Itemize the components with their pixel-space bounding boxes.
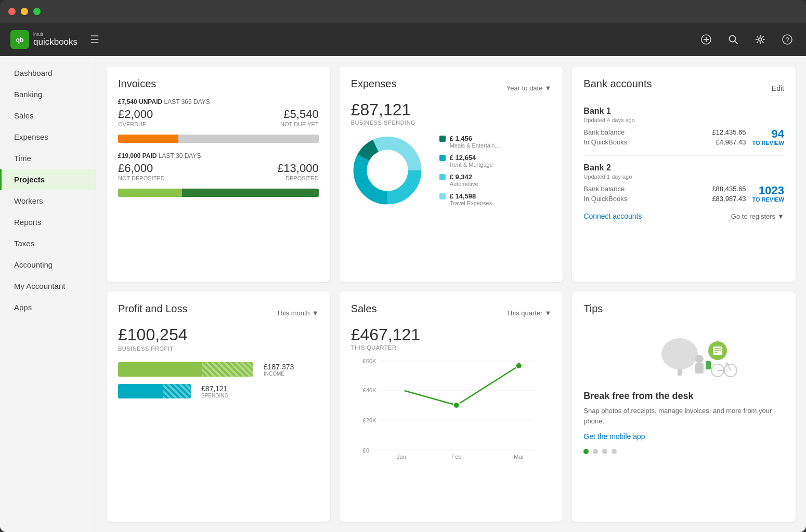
bank-accounts-card: Bank accounts Edit Bank 1 Updated 4 days… xyxy=(572,66,796,282)
connect-accounts-link[interactable]: Connect accounts xyxy=(583,212,642,220)
bank1-balances: Bank balance £12,435.65 In QuickBooks £4… xyxy=(583,128,746,148)
svg-text:£20K: £20K xyxy=(362,417,376,423)
svg-text:Mar: Mar xyxy=(514,454,524,460)
profit-amount: £100,254 xyxy=(118,325,319,344)
sidebar-item-time[interactable]: Time xyxy=(0,148,96,169)
tips-pagination-dots xyxy=(583,449,784,454)
svg-point-7 xyxy=(759,38,762,41)
sidebar-item-projects[interactable]: Projects xyxy=(0,169,96,190)
sidebar-item-sales[interactable]: Sales xyxy=(0,105,96,126)
topbar-icons: ? xyxy=(698,31,796,48)
legend-item-3: £ 14,598 Travel Expenses xyxy=(439,192,552,206)
legend-item-2: £ 9,342 Automotive xyxy=(439,173,552,187)
invoices-overdue-amount: £2,000 xyxy=(118,108,153,121)
spending-label: SPENDING xyxy=(201,393,228,398)
tip-dot-3[interactable] xyxy=(612,449,617,454)
bank2-name: Bank 2 xyxy=(583,163,784,172)
sidebar-item-taxes[interactable]: Taxes xyxy=(0,233,96,254)
help-icon[interactable]: ? xyxy=(779,31,796,48)
sales-title: Sales xyxy=(351,303,377,315)
expenses-title: Expenses xyxy=(351,78,397,90)
svg-text:£40K: £40K xyxy=(362,387,376,393)
sidebar-item-apps[interactable]: Apps xyxy=(0,297,96,318)
invoices-unpaid-bar xyxy=(118,135,319,143)
bank1-qb-row: In QuickBooks £4,987.43 xyxy=(583,138,746,146)
expenses-total: £87,121 xyxy=(351,100,552,119)
hamburger-menu[interactable]: ☰ xyxy=(90,33,99,46)
traffic-light-red[interactable] xyxy=(8,8,16,15)
search-icon[interactable] xyxy=(725,31,742,48)
bank1-name: Bank 1 xyxy=(583,107,784,116)
expenses-donut xyxy=(351,134,429,212)
invoices-title: Invoices xyxy=(118,78,319,90)
spending-bar-row: £87,121 SPENDING xyxy=(118,384,319,398)
expenses-legend: £ 1,456 Meals & Entertain... £ 12,654 Re… xyxy=(439,135,552,211)
expenses-period-selector[interactable]: Year to date ▼ xyxy=(506,84,552,92)
profit-loss-card: Profit and Loss This month ▼ £100,254 BU… xyxy=(107,291,330,522)
edit-button[interactable]: Edit xyxy=(772,84,784,92)
tips-card: Tips xyxy=(572,291,796,522)
bank2-review-block[interactable]: 1023 TO REVIEW xyxy=(752,185,784,203)
logo-icon: qb xyxy=(10,30,29,49)
bank2-review-group: Bank balance £88,435.65 In QuickBooks £8… xyxy=(583,185,784,205)
income-amount: £187,373 xyxy=(264,363,294,371)
logo: qb intuit quickbooks xyxy=(10,30,77,49)
legend-item-0: £ 1,456 Meals & Entertain... xyxy=(439,135,552,149)
invoices-card: Invoices £7,540 UNPAID LAST 365 DAYS £2,… xyxy=(107,66,330,282)
sidebar-item-expenses[interactable]: Expenses xyxy=(0,126,96,148)
logo-quickbooks: quickbooks xyxy=(33,37,77,47)
svg-line-6 xyxy=(735,41,737,44)
sidebar: Dashboard Banking Sales Expenses Time Pr… xyxy=(0,56,96,532)
profit-loss-title: Profit and Loss xyxy=(118,303,187,315)
tip-dot-0[interactable] xyxy=(583,449,589,454)
expenses-content: £ 1,456 Meals & Entertain... £ 12,654 Re… xyxy=(351,134,552,212)
sidebar-item-reports[interactable]: Reports xyxy=(0,211,96,233)
bank2-balance-row: Bank balance £88,435.65 xyxy=(583,185,746,193)
bank2-section: Bank 2 Updated 1 day ago Bank balance £8… xyxy=(583,163,784,205)
add-icon[interactable] xyxy=(698,31,714,48)
sidebar-item-workers[interactable]: Workers xyxy=(0,190,96,211)
spending-amount: £87,121 xyxy=(201,384,228,393)
bank-accounts-title: Bank accounts xyxy=(583,78,652,90)
svg-text:Jan: Jan xyxy=(397,454,406,460)
bank1-review-count: 94 xyxy=(752,128,784,140)
invoices-unpaid-row: £2,000 OVERDUE £5,540 NOT DUE YET xyxy=(118,108,319,132)
expenses-header: Expenses Year to date ▼ xyxy=(351,78,552,98)
sales-card: Sales This quarter ▼ £467,121 THIS QUART… xyxy=(340,291,563,522)
sidebar-item-my-accountant[interactable]: My Accountant xyxy=(0,275,96,297)
settings-icon[interactable] xyxy=(752,31,769,48)
invoices-deposited-amount: £13,000 xyxy=(277,162,319,175)
svg-point-31 xyxy=(695,355,704,363)
invoices-paid-label: £19,000 PAID LAST 30 DAYS xyxy=(118,152,319,159)
expenses-sub: BUSINESS SPENDING xyxy=(351,119,552,126)
svg-point-25 xyxy=(515,363,522,369)
tip-dot-1[interactable] xyxy=(593,449,598,454)
tips-body: Snap photos of receipts, manage invoices… xyxy=(583,406,784,426)
svg-point-30 xyxy=(661,338,698,369)
sidebar-item-banking[interactable]: Banking xyxy=(0,84,96,105)
bank2-review-count: 1023 xyxy=(752,185,784,196)
get-mobile-app-link[interactable]: Get the mobile app xyxy=(583,432,784,441)
bank2-qb-row: In QuickBooks £83,987.43 xyxy=(583,195,746,203)
bank2-review-label: TO REVIEW xyxy=(752,196,784,203)
bank1-review-label: TO REVIEW xyxy=(752,140,784,146)
profit-period-selector[interactable]: This month ▼ xyxy=(276,309,318,317)
bank2-balances: Bank balance £88,435.65 In QuickBooks £8… xyxy=(583,185,746,205)
bank-accounts-header: Bank accounts Edit xyxy=(583,78,784,98)
invoices-overdue-label: OVERDUE xyxy=(118,121,153,127)
traffic-light-green[interactable] xyxy=(33,8,41,15)
legend-item-1: £ 12,654 Rent & Mortgage xyxy=(439,154,552,168)
tip-dot-2[interactable] xyxy=(602,449,607,454)
sales-amount: £467,121 xyxy=(351,325,552,344)
sales-sub: THIS QUARTER xyxy=(351,344,552,351)
sales-period-selector[interactable]: This quarter ▼ xyxy=(506,303,551,323)
bank1-review-block[interactable]: 94 TO REVIEW xyxy=(752,128,784,146)
traffic-light-yellow[interactable] xyxy=(21,8,28,15)
go-registers-link[interactable]: Go to registers ▼ xyxy=(731,212,784,220)
sidebar-item-dashboard[interactable]: Dashboard xyxy=(0,62,96,84)
svg-rect-33 xyxy=(706,361,711,369)
bank1-section: Bank 1 Updated 4 days ago Bank balance £… xyxy=(583,107,784,148)
bank1-review-group: Bank balance £12,435.65 In QuickBooks £4… xyxy=(583,128,784,148)
sidebar-item-accounting[interactable]: Accounting xyxy=(0,254,96,275)
invoices-unpaid-label: £7,540 UNPAID LAST 365 DAYS xyxy=(118,98,319,105)
